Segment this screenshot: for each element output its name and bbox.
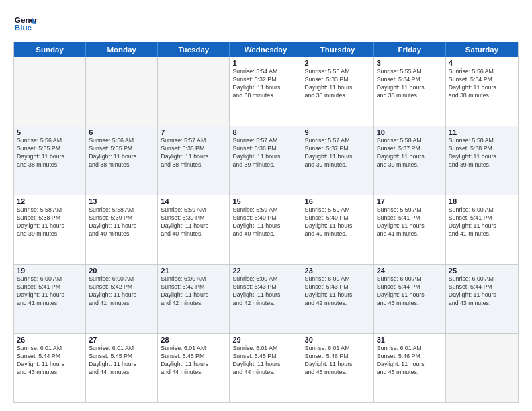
day-number: 29 [232,336,298,344]
day-info: Sunrise: 6:00 AM Sunset: 5:41 PM Dayligh… [449,206,515,238]
calendar-header: SundayMondayTuesdayWednesdayThursdayFrid… [14,42,518,57]
page: General Blue SundayMondayTuesdayWednesda… [0,0,532,411]
day-info: Sunrise: 6:00 AM Sunset: 5:43 PM Dayligh… [232,275,298,308]
empty-cell [86,57,158,126]
calendar-row-0: 1Sunrise: 5:54 AM Sunset: 5:32 PM Daylig… [14,57,518,126]
logo-icon: General Blue [13,12,38,36]
day-info: Sunrise: 6:01 AM Sunset: 5:45 PM Dayligh… [161,345,226,377]
day-info: Sunrise: 5:58 AM Sunset: 5:38 PM Dayligh… [17,206,83,238]
day-info: Sunrise: 5:59 AM Sunset: 5:41 PM Dayligh… [377,206,443,238]
day-number: 13 [89,197,154,205]
day-cell-2: 2Sunrise: 5:55 AM Sunset: 5:33 PM Daylig… [302,57,374,126]
day-info: Sunrise: 5:58 AM Sunset: 5:39 PM Dayligh… [89,206,154,238]
header-day-tuesday: Tuesday [158,42,230,57]
day-number: 11 [449,128,515,136]
day-info: Sunrise: 5:59 AM Sunset: 5:39 PM Dayligh… [161,206,226,238]
day-number: 14 [161,197,226,205]
day-cell-14: 14Sunrise: 5:59 AM Sunset: 5:39 PM Dayli… [158,195,230,264]
day-number: 10 [377,128,443,136]
day-cell-6: 6Sunrise: 5:56 AM Sunset: 5:35 PM Daylig… [86,126,158,195]
day-info: Sunrise: 5:58 AM Sunset: 5:37 PM Dayligh… [377,137,443,169]
day-cell-12: 12Sunrise: 5:58 AM Sunset: 5:38 PM Dayli… [14,195,86,264]
day-cell-18: 18Sunrise: 6:00 AM Sunset: 5:41 PM Dayli… [446,195,518,264]
day-number: 4 [449,59,515,67]
day-info: Sunrise: 6:00 AM Sunset: 5:42 PM Dayligh… [161,275,226,308]
day-cell-10: 10Sunrise: 5:58 AM Sunset: 5:37 PM Dayli… [374,126,446,195]
header-day-saturday: Saturday [446,42,518,57]
day-cell-25: 25Sunrise: 6:00 AM Sunset: 5:44 PM Dayli… [446,265,518,333]
header-day-wednesday: Wednesday [230,42,302,57]
day-number: 3 [377,59,443,67]
empty-cell [158,57,230,126]
day-info: Sunrise: 5:57 AM Sunset: 5:36 PM Dayligh… [161,137,226,169]
day-number: 30 [305,336,371,344]
day-number: 15 [232,197,298,205]
day-info: Sunrise: 6:00 AM Sunset: 5:43 PM Dayligh… [305,275,371,308]
day-number: 27 [89,336,154,344]
day-cell-22: 22Sunrise: 6:00 AM Sunset: 5:43 PM Dayli… [230,265,302,333]
day-info: Sunrise: 6:01 AM Sunset: 5:44 PM Dayligh… [17,345,83,377]
day-number: 28 [161,336,226,344]
day-number: 18 [449,197,515,205]
day-info: Sunrise: 5:58 AM Sunset: 5:38 PM Dayligh… [449,137,515,169]
svg-text:Blue: Blue [15,23,32,32]
header-day-thursday: Thursday [302,42,374,57]
day-info: Sunrise: 6:01 AM Sunset: 5:45 PM Dayligh… [232,345,298,377]
day-cell-20: 20Sunrise: 6:00 AM Sunset: 5:42 PM Dayli… [86,265,158,333]
day-cell-30: 30Sunrise: 6:01 AM Sunset: 5:46 PM Dayli… [302,334,374,402]
header-day-monday: Monday [86,42,158,57]
day-cell-29: 29Sunrise: 6:01 AM Sunset: 5:45 PM Dayli… [230,334,302,402]
day-info: Sunrise: 5:59 AM Sunset: 5:40 PM Dayligh… [305,206,371,238]
calendar-body: 1Sunrise: 5:54 AM Sunset: 5:32 PM Daylig… [14,57,518,402]
day-cell-17: 17Sunrise: 5:59 AM Sunset: 5:41 PM Dayli… [374,195,446,264]
day-number: 6 [89,128,154,136]
day-cell-8: 8Sunrise: 5:57 AM Sunset: 5:36 PM Daylig… [230,126,302,195]
day-cell-23: 23Sunrise: 6:00 AM Sunset: 5:43 PM Dayli… [302,265,374,333]
day-info: Sunrise: 5:55 AM Sunset: 5:34 PM Dayligh… [377,68,443,100]
logo: General Blue [13,12,40,36]
day-cell-13: 13Sunrise: 5:58 AM Sunset: 5:39 PM Dayli… [86,195,158,264]
day-number: 1 [232,59,298,67]
day-info: Sunrise: 5:59 AM Sunset: 5:40 PM Dayligh… [232,206,298,238]
day-info: Sunrise: 6:00 AM Sunset: 5:44 PM Dayligh… [377,275,443,308]
day-cell-3: 3Sunrise: 5:55 AM Sunset: 5:34 PM Daylig… [374,57,446,126]
day-cell-4: 4Sunrise: 5:56 AM Sunset: 5:34 PM Daylig… [446,57,518,126]
day-info: Sunrise: 6:01 AM Sunset: 5:45 PM Dayligh… [89,345,154,377]
day-number: 2 [305,59,371,67]
day-cell-9: 9Sunrise: 5:57 AM Sunset: 5:37 PM Daylig… [302,126,374,195]
day-cell-19: 19Sunrise: 6:00 AM Sunset: 5:41 PM Dayli… [14,265,86,333]
calendar-row-4: 26Sunrise: 6:01 AM Sunset: 5:44 PM Dayli… [14,333,518,402]
day-cell-7: 7Sunrise: 5:57 AM Sunset: 5:36 PM Daylig… [158,126,230,195]
day-number: 16 [305,197,371,205]
day-cell-11: 11Sunrise: 5:58 AM Sunset: 5:38 PM Dayli… [446,126,518,195]
day-info: Sunrise: 5:54 AM Sunset: 5:32 PM Dayligh… [232,68,298,100]
day-info: Sunrise: 6:00 AM Sunset: 5:44 PM Dayligh… [449,275,515,308]
day-cell-27: 27Sunrise: 6:01 AM Sunset: 5:45 PM Dayli… [86,334,158,402]
day-info: Sunrise: 5:57 AM Sunset: 5:36 PM Dayligh… [232,137,298,169]
header: General Blue [13,12,519,36]
day-number: 9 [305,128,371,136]
day-cell-31: 31Sunrise: 6:01 AM Sunset: 5:46 PM Dayli… [374,334,446,402]
day-number: 17 [377,197,443,205]
day-info: Sunrise: 6:01 AM Sunset: 5:46 PM Dayligh… [305,345,371,377]
day-number: 25 [449,267,515,275]
day-number: 20 [89,267,154,275]
day-number: 21 [161,267,226,275]
day-number: 26 [17,336,83,344]
day-cell-24: 24Sunrise: 6:00 AM Sunset: 5:44 PM Dayli… [374,265,446,333]
day-number: 22 [232,267,298,275]
empty-cell [446,334,518,402]
day-number: 23 [305,267,371,275]
day-info: Sunrise: 6:00 AM Sunset: 5:41 PM Dayligh… [17,275,83,308]
day-info: Sunrise: 6:01 AM Sunset: 5:46 PM Dayligh… [377,345,443,377]
calendar: SundayMondayTuesdayWednesdayThursdayFrid… [13,42,519,403]
day-cell-28: 28Sunrise: 6:01 AM Sunset: 5:45 PM Dayli… [158,334,230,402]
day-cell-16: 16Sunrise: 5:59 AM Sunset: 5:40 PM Dayli… [302,195,374,264]
day-info: Sunrise: 5:57 AM Sunset: 5:37 PM Dayligh… [305,137,371,169]
day-number: 31 [377,336,443,344]
header-day-sunday: Sunday [14,42,86,57]
day-cell-5: 5Sunrise: 5:56 AM Sunset: 5:35 PM Daylig… [14,126,86,195]
calendar-row-2: 12Sunrise: 5:58 AM Sunset: 5:38 PM Dayli… [14,195,518,264]
day-info: Sunrise: 5:56 AM Sunset: 5:35 PM Dayligh… [89,137,154,169]
day-info: Sunrise: 5:56 AM Sunset: 5:34 PM Dayligh… [449,68,515,100]
